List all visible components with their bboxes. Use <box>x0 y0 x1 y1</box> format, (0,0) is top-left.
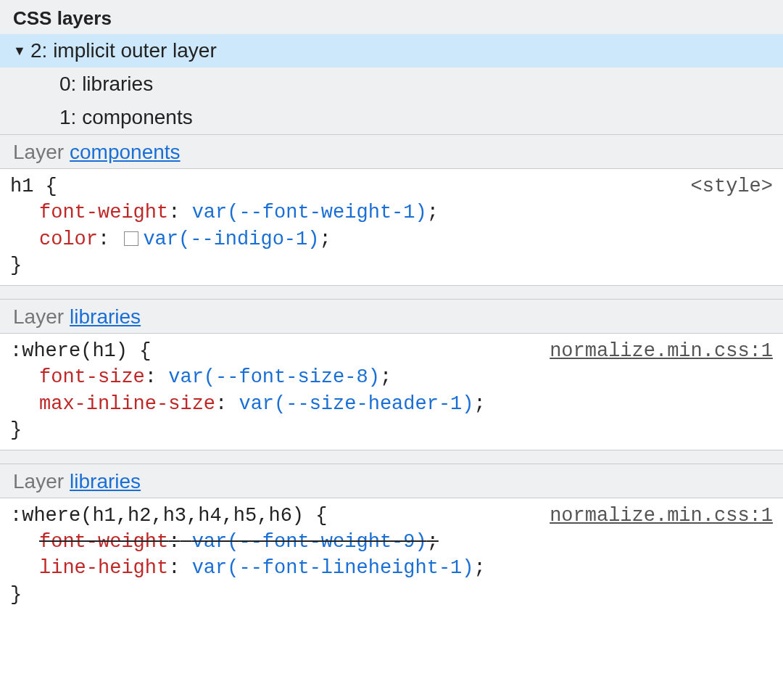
rule-source[interactable]: normalize.min.css:1 <box>550 338 773 364</box>
css-declaration[interactable]: line-height: var(--font-lineheight-1); <box>39 555 773 581</box>
css-rule[interactable]: h1 { <style> font-weight: var(--font-wei… <box>0 169 783 286</box>
css-value[interactable]: var(--indigo-1) <box>143 228 319 250</box>
color-swatch-icon[interactable] <box>124 231 138 246</box>
layer-row-child-1[interactable]: 1: components <box>0 101 783 134</box>
rule-source[interactable]: <style> <box>691 173 773 199</box>
rule-selector[interactable]: :where(h1) <box>10 340 128 362</box>
css-property[interactable]: line-height <box>39 557 168 579</box>
layer-label: 1: components <box>59 106 193 129</box>
css-property[interactable]: font-size <box>39 366 145 388</box>
css-rule[interactable]: :where(h1,h2,h3,h4,h5,h6) { normalize.mi… <box>0 498 783 614</box>
css-declaration-overridden[interactable]: font-weight: var(--font-weight-9); <box>39 529 773 555</box>
layer-label-prefix: Layer <box>13 470 64 493</box>
css-property[interactable]: font-weight <box>39 531 168 553</box>
layer-label: 0: libraries <box>59 73 153 96</box>
css-value[interactable]: var(--font-size-8) <box>168 366 380 388</box>
brace-close: } <box>10 419 22 441</box>
layer-section-header: Layer libraries <box>0 464 783 498</box>
brace-open: { <box>139 340 151 362</box>
brace-open: { <box>46 176 57 197</box>
brace-open: { <box>315 505 327 527</box>
layer-label-prefix: Layer <box>13 141 64 164</box>
css-declaration[interactable]: font-size: var(--font-size-8); <box>39 364 773 390</box>
css-value[interactable]: var(--font-lineheight-1) <box>192 557 474 579</box>
css-property[interactable]: color <box>39 228 98 250</box>
css-declaration[interactable]: max-inline-size: var(--size-header-1); <box>39 391 773 417</box>
rule-source[interactable]: normalize.min.css:1 <box>550 503 773 529</box>
css-rule[interactable]: :where(h1) { normalize.min.css:1 font-si… <box>0 334 783 450</box>
rule-selector[interactable]: :where(h1,h2,h3,h4,h5,h6) <box>10 505 304 527</box>
layer-link[interactable]: libraries <box>70 470 141 493</box>
css-property[interactable]: max-inline-size <box>39 393 215 415</box>
layer-row-selected[interactable]: ▼ 2: implicit outer layer <box>0 34 783 67</box>
disclosure-triangle-icon[interactable]: ▼ <box>13 44 28 59</box>
layer-row-child-0[interactable]: 0: libraries <box>0 67 783 101</box>
brace-close: } <box>10 255 22 276</box>
css-value[interactable]: var(--size-header-1) <box>239 393 473 415</box>
panel-title: CSS layers <box>0 0 783 34</box>
layers-list: ▼ 2: implicit outer layer 0: libraries 1… <box>0 34 783 134</box>
layer-label: 2: implicit outer layer <box>30 39 217 62</box>
section-gap <box>0 286 783 299</box>
css-declaration[interactable]: color: var(--indigo-1); <box>39 226 773 252</box>
styles-panel: CSS layers ▼ 2: implicit outer layer 0: … <box>0 0 783 614</box>
css-value[interactable]: var(--font-weight-9) <box>192 531 427 553</box>
layer-section-header: Layer libraries <box>0 299 783 334</box>
layer-label-prefix: Layer <box>13 305 64 329</box>
css-value[interactable]: var(--font-weight-1) <box>192 202 427 223</box>
layer-link[interactable]: libraries <box>70 305 141 329</box>
css-declaration[interactable]: font-weight: var(--font-weight-1); <box>39 199 773 226</box>
rule-selector[interactable]: h1 <box>10 176 33 197</box>
brace-close: } <box>10 584 22 606</box>
section-gap <box>0 450 783 464</box>
layer-link[interactable]: components <box>70 141 181 164</box>
css-property[interactable]: font-weight <box>39 202 168 223</box>
layer-section-header: Layer components <box>0 134 783 169</box>
